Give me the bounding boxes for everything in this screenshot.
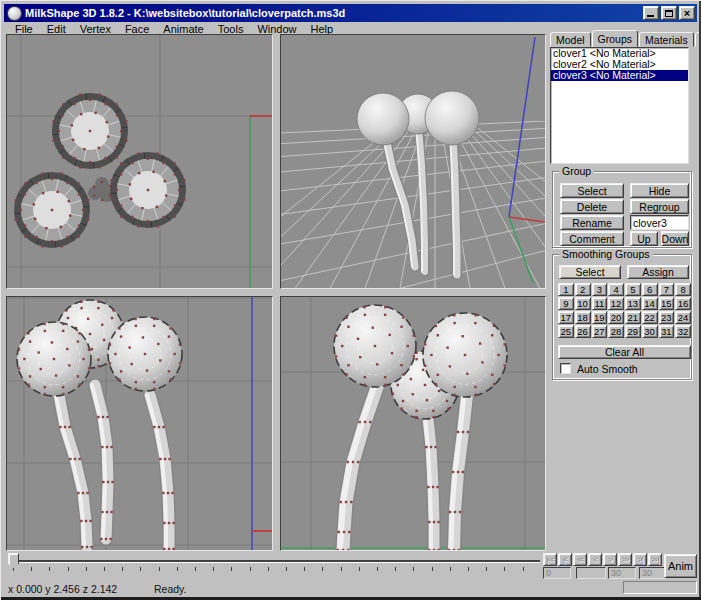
group-box: Group Select Hide Delete Regroup Rename … bbox=[552, 171, 692, 248]
smoothing-group-15-button[interactable]: 15 bbox=[659, 297, 675, 310]
smoothing-box-title: Smoothing Groups bbox=[559, 249, 653, 260]
up-button[interactable]: Up bbox=[630, 231, 658, 246]
go-to-end-button[interactable]: >>| bbox=[648, 553, 662, 566]
title-bar: MilkShape 3D 1.8.2 - K:\websitebox\tutor… bbox=[4, 4, 697, 22]
step-back-button[interactable]: < bbox=[588, 553, 602, 566]
smoothing-group-21-button[interactable]: 21 bbox=[625, 311, 641, 324]
smoothing-group-18-button[interactable]: 18 bbox=[575, 311, 591, 324]
smoothing-group-1-button[interactable]: 1 bbox=[558, 283, 574, 296]
window-controls: × bbox=[643, 6, 695, 20]
smoothing-group-28-button[interactable]: 28 bbox=[608, 325, 624, 338]
rename-button[interactable]: Rename bbox=[560, 215, 624, 230]
smoothing-group-14-button[interactable]: 14 bbox=[642, 297, 658, 310]
smoothing-group-13-button[interactable]: 13 bbox=[625, 297, 641, 310]
viewport-top-canvas bbox=[7, 35, 272, 288]
close-icon: × bbox=[684, 8, 690, 19]
smoothing-group-3-button[interactable]: 3 bbox=[592, 283, 608, 296]
smoothing-group-6-button[interactable]: 6 bbox=[642, 283, 658, 296]
viewport-side-view[interactable] bbox=[6, 296, 273, 551]
list-item-clover3[interactable]: clover3 <No Material> bbox=[551, 70, 688, 81]
maximize-button[interactable] bbox=[661, 6, 677, 20]
total-frames-field[interactable]: 30 bbox=[608, 567, 636, 579]
tab-model[interactable]: Model bbox=[550, 32, 591, 47]
clear-all-button[interactable]: Clear All bbox=[558, 345, 691, 359]
minimize-icon bbox=[647, 15, 654, 17]
viewport-front-view[interactable] bbox=[280, 296, 546, 551]
current-frame-field[interactable]: 0 bbox=[543, 567, 571, 579]
fast-forward-button[interactable]: >> bbox=[618, 553, 632, 566]
status-message: Ready. bbox=[154, 583, 187, 595]
close-button[interactable]: × bbox=[679, 6, 695, 20]
smoothing-group-5-button[interactable]: 5 bbox=[625, 283, 641, 296]
smoothing-group-8-button[interactable]: 8 bbox=[675, 283, 691, 296]
smoothing-group-17-button[interactable]: 17 bbox=[558, 311, 574, 324]
smoothing-group-10-button[interactable]: 10 bbox=[575, 297, 591, 310]
smoothing-group-25-button[interactable]: 25 bbox=[558, 325, 574, 338]
tab-materials[interactable]: Materials bbox=[639, 32, 694, 47]
minimize-button[interactable] bbox=[643, 6, 659, 20]
smoothing-groups-box: Smoothing Groups Select Assign 123456789… bbox=[552, 254, 692, 380]
smoothing-group-19-button[interactable]: 19 bbox=[592, 311, 608, 324]
status-bar: x 0.000 y 2.456 z 2.142 Ready. bbox=[3, 580, 698, 596]
list-item-clover1[interactable]: clover1 <No Material> bbox=[551, 48, 688, 59]
smoothing-group-26-button[interactable]: 26 bbox=[575, 325, 591, 338]
comment-button[interactable]: Comment bbox=[560, 231, 624, 246]
panel-tabs: Model Groups Materials Joints bbox=[550, 30, 701, 47]
smoothing-number-grid: 1234567891011121314151617181920212223242… bbox=[558, 283, 691, 338]
step-forward-button[interactable]: > bbox=[603, 553, 617, 566]
maximize-icon bbox=[665, 10, 673, 17]
list-item-clover2[interactable]: clover2 <No Material> bbox=[551, 59, 688, 70]
end-frame-field[interactable]: 30 bbox=[639, 567, 666, 579]
window-title: MilkShape 3D 1.8.2 - K:\websitebox\tutor… bbox=[25, 7, 643, 19]
smoothing-group-11-button[interactable]: 11 bbox=[592, 297, 608, 310]
viewport-3d-canvas bbox=[281, 35, 545, 288]
smoothing-group-16-button[interactable]: 16 bbox=[675, 297, 691, 310]
prev-keyframe-button[interactable]: |< bbox=[558, 553, 572, 566]
auto-smooth-checkbox[interactable] bbox=[560, 363, 571, 374]
smoothing-group-24-button[interactable]: 24 bbox=[675, 311, 691, 324]
transport-controls: |<< |< << < > >> >| >>| bbox=[543, 553, 662, 566]
go-to-start-button[interactable]: |<< bbox=[543, 553, 557, 566]
smoothing-group-27-button[interactable]: 27 bbox=[592, 325, 608, 338]
tab-groups[interactable]: Groups bbox=[592, 30, 638, 47]
auto-smooth-label: Auto Smooth bbox=[577, 363, 638, 375]
smoothing-group-29-button[interactable]: 29 bbox=[625, 325, 641, 338]
smoothing-group-7-button[interactable]: 7 bbox=[659, 283, 675, 296]
smoothing-group-30-button[interactable]: 30 bbox=[642, 325, 658, 338]
smoothing-group-9-button[interactable]: 9 bbox=[558, 297, 574, 310]
down-button[interactable]: Down bbox=[661, 231, 689, 246]
timeline-ticks bbox=[13, 567, 541, 571]
timeline-track[interactable] bbox=[9, 560, 540, 563]
smoothing-group-31-button[interactable]: 31 bbox=[659, 325, 675, 338]
group-name-input[interactable] bbox=[630, 215, 689, 230]
smoothing-group-23-button[interactable]: 23 bbox=[659, 311, 675, 324]
coordinates-readout: x 0.000 y 2.456 z 2.142 bbox=[8, 583, 117, 595]
hide-button[interactable]: Hide bbox=[630, 183, 689, 198]
anim-toggle-button[interactable]: Anim bbox=[664, 554, 697, 578]
viewport-front-canvas bbox=[281, 297, 545, 550]
status-panel bbox=[623, 581, 697, 594]
next-keyframe-button[interactable]: >| bbox=[633, 553, 647, 566]
smoothing-group-20-button[interactable]: 20 bbox=[608, 311, 624, 324]
viewport-side-canvas bbox=[7, 297, 272, 550]
viewport-top-view[interactable] bbox=[6, 34, 273, 289]
viewport-3d-view[interactable] bbox=[280, 34, 546, 289]
smoothing-group-32-button[interactable]: 32 bbox=[675, 325, 691, 338]
fast-rewind-button[interactable]: << bbox=[573, 553, 587, 566]
frame-field-2[interactable] bbox=[576, 567, 606, 579]
groups-list: clover1 <No Material> clover2 <No Materi… bbox=[550, 47, 689, 164]
smoothing-group-12-button[interactable]: 12 bbox=[608, 297, 624, 310]
smoothing-group-2-button[interactable]: 2 bbox=[575, 283, 591, 296]
smoothing-group-22-button[interactable]: 22 bbox=[642, 311, 658, 324]
group-box-title: Group bbox=[559, 166, 594, 177]
smoothing-group-4-button[interactable]: 4 bbox=[608, 283, 624, 296]
regroup-button[interactable]: Regroup bbox=[630, 199, 689, 214]
smoothing-select-button[interactable]: Select bbox=[559, 265, 621, 279]
smoothing-assign-button[interactable]: Assign bbox=[627, 265, 689, 279]
select-button[interactable]: Select bbox=[560, 183, 624, 198]
delete-button[interactable]: Delete bbox=[560, 199, 624, 214]
app-icon bbox=[7, 6, 22, 21]
milkshape-window: MilkShape 3D 1.8.2 - K:\websitebox\tutor… bbox=[0, 0, 701, 600]
